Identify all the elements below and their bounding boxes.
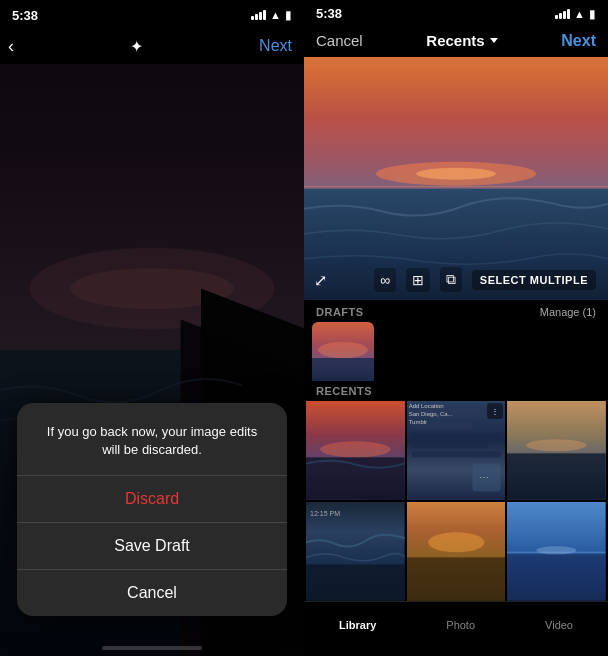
- svg-rect-29: [306, 565, 405, 601]
- nav-photo[interactable]: Photo: [434, 613, 487, 637]
- right-time: 5:38: [316, 6, 342, 21]
- chevron-down-icon: [490, 38, 498, 43]
- clone-button[interactable]: ⧉: [440, 267, 462, 292]
- photo-controls: ∞ ⊞ ⧉ SELECT MULTIPLE: [304, 267, 608, 292]
- drafts-scroll[interactable]: [304, 322, 608, 381]
- recents-header: RECENTS: [304, 381, 608, 401]
- recent-5-svg: [407, 502, 506, 601]
- main-photo-svg: [304, 57, 608, 300]
- manage-button[interactable]: Manage (1): [540, 306, 596, 318]
- right-statusbar: 5:38 ▲ ▮: [304, 0, 608, 25]
- discard-button[interactable]: Discard: [17, 476, 287, 523]
- back-button[interactable]: ‹: [8, 36, 14, 57]
- edit-icon[interactable]: ✦: [130, 37, 143, 56]
- right-next-button[interactable]: Next: [561, 32, 596, 50]
- battery-icon: ▮: [285, 8, 292, 22]
- recent-1-svg: [306, 401, 405, 500]
- svg-rect-33: [407, 558, 506, 601]
- svg-point-26: [526, 440, 586, 452]
- right-signal-icon: [555, 9, 570, 19]
- svg-text:12:15 PM: 12:15 PM: [310, 510, 340, 517]
- svg-rect-13: [312, 358, 374, 381]
- recent-3-svg: [507, 401, 606, 500]
- dialog-message: If you go back now, your image edits wil…: [17, 403, 287, 476]
- dialog-cancel-button[interactable]: Cancel: [17, 570, 287, 616]
- nav-video[interactable]: Video: [533, 613, 585, 637]
- svg-point-12: [318, 342, 368, 358]
- drafts-title: DRAFTS: [316, 306, 364, 318]
- bottom-nav: Library Photo Video: [304, 601, 608, 656]
- right-wifi-icon: ▲: [574, 8, 585, 20]
- recents-selector[interactable]: Recents: [426, 32, 497, 49]
- left-panel: 5:38 ▲ ▮ ‹ ✦ Next: [0, 0, 304, 656]
- right-battery-icon: ▮: [589, 7, 596, 21]
- svg-text:⋯: ⋯: [479, 472, 489, 483]
- right-panel: 5:38 ▲ ▮ Cancel Recents Next: [304, 0, 608, 656]
- loop-button[interactable]: ∞: [374, 268, 396, 292]
- svg-point-15: [320, 442, 390, 458]
- draft-thumb-svg: [312, 322, 374, 381]
- recent-thumb-2[interactable]: ⋯ ⋮ Add Location San Diego, Ca... Tumblr: [407, 401, 506, 500]
- recent-thumb-3[interactable]: [507, 401, 606, 500]
- drafts-header: DRAFTS Manage (1): [304, 300, 608, 322]
- svg-rect-20: [412, 434, 501, 440]
- main-photo-area[interactable]: ⤢ ∞ ⊞ ⧉ SELECT MULTIPLE: [304, 57, 608, 300]
- video-label: Video: [545, 619, 573, 631]
- left-statusbar: 5:38 ▲ ▮: [0, 0, 304, 28]
- recent-thumb-6[interactable]: [507, 502, 606, 601]
- wifi-icon: ▲: [270, 9, 281, 21]
- svg-point-32: [428, 532, 484, 552]
- recent-thumb-5[interactable]: [407, 502, 506, 601]
- recent-4-svg: 12:15 PM: [306, 502, 405, 601]
- svg-rect-22: [412, 452, 501, 458]
- select-multiple-button[interactable]: SELECT MULTIPLE: [472, 270, 596, 290]
- recent-6-svg: [507, 502, 606, 601]
- recent-thumb-1[interactable]: [306, 401, 405, 500]
- left-next-button[interactable]: Next: [259, 37, 292, 55]
- cancel-button[interactable]: Cancel: [316, 32, 363, 49]
- recents-grid: ⋯ ⋮ Add Location San Diego, Ca... Tumblr: [304, 401, 608, 600]
- nav-library[interactable]: Library: [327, 613, 388, 637]
- left-time: 5:38: [12, 8, 38, 23]
- dialog-overlay: If you go back now, your image edits wil…: [0, 64, 304, 656]
- layout-button[interactable]: ⊞: [406, 268, 430, 292]
- right-topbar: Cancel Recents Next: [304, 25, 608, 57]
- left-status-icons: ▲ ▮: [251, 8, 292, 22]
- svg-point-37: [537, 546, 577, 554]
- library-label: Library: [339, 619, 376, 631]
- left-topbar: ‹ ✦ Next: [0, 28, 304, 64]
- recents-title: RECENTS: [316, 385, 372, 397]
- signal-icon: [251, 10, 266, 20]
- svg-rect-21: [412, 443, 488, 449]
- right-status-icons: ▲ ▮: [555, 7, 596, 21]
- svg-rect-36: [507, 554, 606, 600]
- save-draft-button[interactable]: Save Draft: [17, 523, 287, 570]
- thumb-2-labels: Add Location San Diego, Ca... Tumblr: [409, 403, 504, 426]
- recent-thumb-4[interactable]: 12:15 PM: [306, 502, 405, 601]
- photo-label: Photo: [446, 619, 475, 631]
- draft-thumbnail[interactable]: [312, 322, 374, 381]
- left-image-area: If you go back now, your image edits wil…: [0, 64, 304, 656]
- discard-dialog: If you go back now, your image edits wil…: [17, 403, 287, 616]
- svg-point-8: [416, 167, 496, 179]
- svg-rect-27: [507, 454, 606, 500]
- recents-label: Recents: [426, 32, 484, 49]
